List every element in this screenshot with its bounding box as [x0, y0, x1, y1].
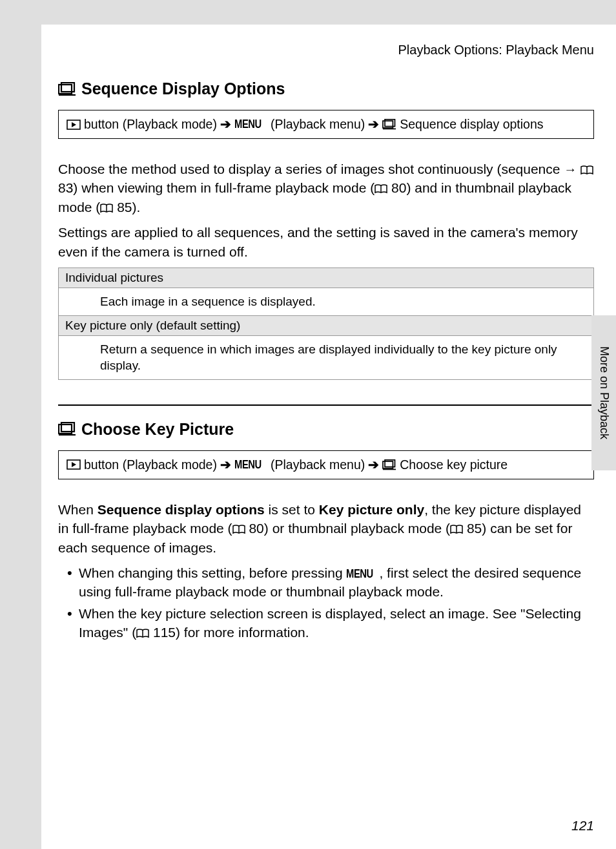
page-ref-icon: [580, 165, 593, 175]
list-item: When the key picture selection screen is…: [67, 604, 594, 642]
text-run: 83) when viewing them in full-frame play…: [58, 180, 375, 195]
list-item: When changing this setting, before press…: [67, 563, 594, 602]
chapter-header: Playback Options: Playback Menu: [58, 43, 594, 58]
arrow-icon: →: [564, 162, 577, 176]
playback-icon: [67, 459, 81, 470]
crumb-part: button (Playback mode): [84, 117, 217, 132]
option-row-header: Individual pictures: [59, 267, 594, 288]
side-tab: More on Playback: [591, 315, 616, 470]
text-run-bold: Key picture only: [319, 502, 424, 517]
crumb-part: Choose key picture: [400, 457, 508, 472]
svg-marker-15: [72, 462, 76, 467]
text-run: is set to: [265, 502, 319, 517]
arrow-icon: ➔: [368, 117, 379, 132]
text-run: 115) for more information.: [149, 625, 309, 640]
crumb-part: Sequence display options: [400, 117, 543, 132]
option-title: Key picture only (default setting): [59, 315, 594, 335]
menu-label: MENU: [346, 566, 373, 582]
menu-label: MENU: [234, 458, 262, 472]
option-row-body: Return a sequence in which images are di…: [59, 335, 594, 379]
breadcrumb-choose-key-picture: button (Playback mode) ➔ MENU (Playback …: [58, 450, 594, 479]
page-ref-icon: [375, 184, 387, 194]
page-ref-icon: [136, 629, 149, 638]
breadcrumb-sequence-display: button (Playback mode) ➔ MENU (Playback …: [58, 110, 594, 139]
crumb-part: (Playback menu): [271, 117, 365, 132]
option-description: Each image in a sequence is displayed.: [59, 288, 594, 315]
option-row-body: Each image in a sequence is displayed.: [59, 288, 594, 315]
crumb-part: button (Playback mode): [84, 457, 217, 472]
option-description: Return a sequence in which images are di…: [59, 335, 594, 379]
text-run: 85).: [113, 200, 140, 215]
body-paragraph: Settings are applied to all sequences, a…: [58, 223, 594, 261]
page-number: 121: [571, 818, 594, 833]
side-tab-label: More on Playback: [597, 346, 611, 439]
page-ref-icon: [100, 204, 113, 213]
text-run-bold: Sequence display options: [98, 502, 265, 517]
section-title-sequence-display: Sequence Display Options: [58, 79, 594, 98]
body-paragraph: When Sequence display options is set to …: [58, 500, 594, 557]
svg-marker-4: [72, 122, 76, 127]
playback-icon: [67, 120, 81, 130]
crumb-part: (Playback menu): [271, 457, 365, 472]
sequence-icon: [58, 82, 76, 96]
menu-label: MENU: [234, 118, 262, 131]
manual-page: Playback Options: Playback Menu Sequence…: [41, 25, 616, 849]
page-ref-icon: [450, 525, 463, 534]
text-run: When changing this setting, before press…: [79, 565, 346, 580]
page-ref-icon: [232, 525, 245, 534]
arrow-icon: ➔: [220, 457, 231, 472]
sequence-icon: [382, 459, 396, 470]
options-table: Individual pictures Each image in a sequ…: [58, 267, 594, 380]
text-run: 80) or thumbnail playback mode (: [245, 521, 451, 536]
option-title: Individual pictures: [59, 267, 594, 288]
option-row-header: Key picture only (default setting): [59, 315, 594, 335]
bullet-list: When changing this setting, before press…: [58, 563, 594, 642]
sequence-icon: [58, 422, 76, 436]
section-title-text: Choose Key Picture: [81, 420, 234, 439]
text-run: When: [58, 502, 98, 517]
section-title-choose-key-picture: Choose Key Picture: [58, 420, 594, 439]
section-divider: [58, 404, 594, 406]
body-paragraph: Choose the method used to display a seri…: [58, 160, 594, 216]
sequence-icon: [382, 119, 396, 130]
arrow-icon: ➔: [368, 457, 379, 472]
arrow-icon: ➔: [220, 117, 231, 132]
section-title-text: Sequence Display Options: [81, 79, 285, 98]
text-run: Choose the method used to display a seri…: [58, 162, 564, 176]
